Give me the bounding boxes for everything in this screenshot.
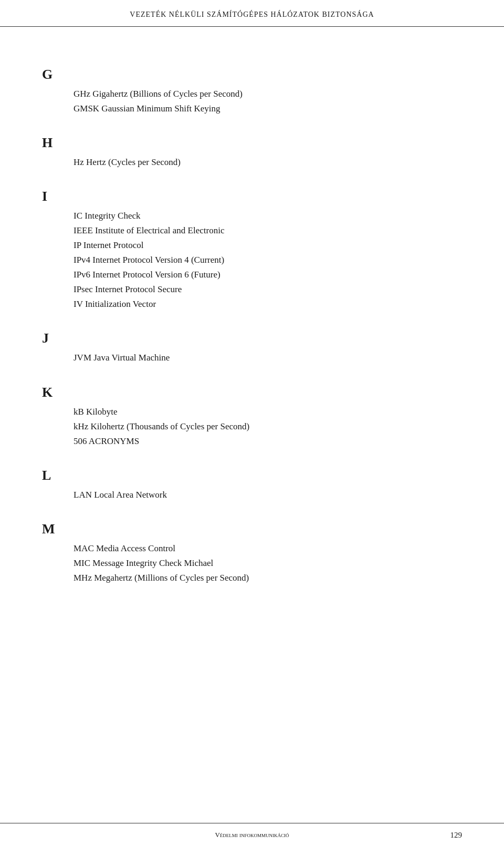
acronym-list-K: kB KilobytekHz Kilohertz (Thousands of C… — [74, 405, 462, 449]
list-item: 506 ACRONYMS — [74, 434, 462, 449]
page-footer: Védelmi infokommunikáció 129 — [0, 823, 504, 847]
list-item: MAC Media Access Control — [74, 541, 462, 556]
page-header: Vezeték nélküli számítógépes hálózatok b… — [0, 0, 504, 27]
footer-center: Védelmi infokommunikáció — [215, 831, 289, 839]
list-item: IPv6 Internet Protocol Version 6 (Future… — [74, 267, 462, 282]
acronym-list-M: MAC Media Access ControlMIC Message Inte… — [74, 541, 462, 585]
list-item: IPv4 Internet Protocol Version 4 (Curren… — [74, 253, 462, 267]
list-item: MHz Megahertz (Millions of Cycles per Se… — [74, 571, 462, 585]
acronym-list-I: IC Integrity CheckIEEE Institute of Elec… — [74, 209, 462, 312]
list-item: GMSK Gaussian Minimum Shift Keying — [74, 101, 462, 116]
acronym-list-G: GHz Gigahertz (Billions of Cycles per Se… — [74, 87, 462, 116]
list-item: kHz Kilohertz (Thousands of Cycles per S… — [74, 419, 462, 434]
section-letter-H: H — [42, 135, 462, 151]
section-letter-L: L — [42, 468, 462, 483]
list-item: LAN Local Area Network — [74, 488, 462, 502]
list-item: IC Integrity Check — [74, 209, 462, 223]
list-item: GHz Gigahertz (Billions of Cycles per Se… — [74, 87, 462, 101]
list-item: Hz Hertz (Cycles per Second) — [74, 155, 462, 170]
list-item: IPsec Internet Protocol Secure — [74, 282, 462, 297]
list-item: JVM Java Virtual Machine — [74, 350, 462, 365]
header-title: Vezeték nélküli számítógépes hálózatok b… — [130, 11, 374, 18]
acronym-list-J: JVM Java Virtual Machine — [74, 350, 462, 365]
section-letter-K: K — [42, 385, 462, 400]
list-item: IP Internet Protocol — [74, 238, 462, 253]
section-letter-G: G — [42, 67, 462, 82]
section-letter-J: J — [42, 331, 462, 346]
page-number: 129 — [450, 831, 463, 840]
section-letter-I: I — [42, 189, 462, 204]
list-item: IV Initialization Vector — [74, 297, 462, 312]
page-content: GGHz Gigahertz (Billions of Cycles per S… — [0, 27, 504, 630]
section-letter-M: M — [42, 521, 462, 537]
list-item: IEEE Institute of Electrical and Electro… — [74, 223, 462, 238]
acronym-list-H: Hz Hertz (Cycles per Second) — [74, 155, 462, 170]
list-item: MIC Message Integrity Check Michael — [74, 556, 462, 571]
list-item: kB Kilobyte — [74, 405, 462, 419]
acronym-list-L: LAN Local Area Network — [74, 488, 462, 502]
